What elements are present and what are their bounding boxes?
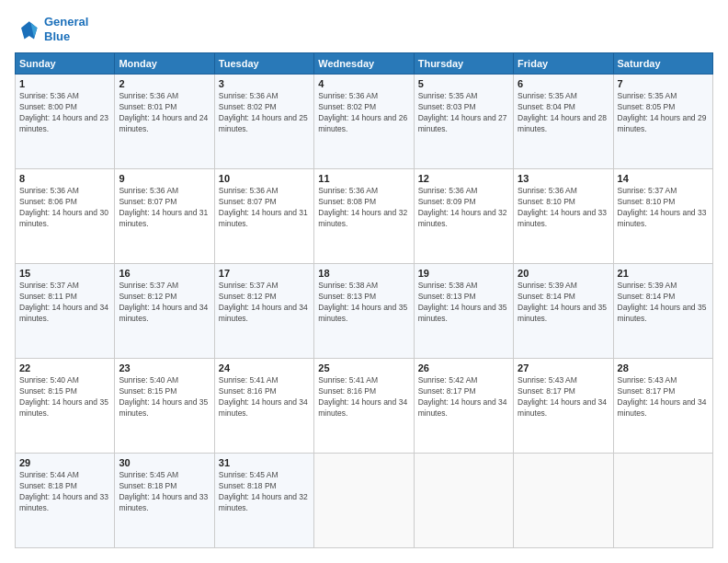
day-number: 4	[318, 78, 409, 89]
calendar-cell: 11 Sunrise: 5:36 AM Sunset: 8:08 PM Dayl…	[314, 169, 414, 264]
calendar-cell: 7 Sunrise: 5:35 AM Sunset: 8:05 PM Dayli…	[613, 75, 712, 169]
calendar-cell: 6 Sunrise: 5:35 AM Sunset: 8:04 PM Dayli…	[514, 75, 613, 169]
calendar-cell: 28 Sunrise: 5:43 AM Sunset: 8:17 PM Dayl…	[613, 359, 712, 454]
calendar-table: SundayMondayTuesdayWednesdayThursdayFrid…	[15, 52, 713, 548]
calendar-body: 1 Sunrise: 5:36 AM Sunset: 8:00 PM Dayli…	[16, 75, 713, 548]
day-info: Sunrise: 5:37 AM Sunset: 8:12 PM Dayligh…	[119, 281, 210, 325]
day-number: 27	[518, 362, 609, 373]
calendar-cell: 20 Sunrise: 5:39 AM Sunset: 8:14 PM Dayl…	[514, 264, 613, 359]
day-info: Sunrise: 5:36 AM Sunset: 8:00 PM Dayligh…	[19, 91, 110, 135]
calendar-week-row: 29 Sunrise: 5:44 AM Sunset: 8:18 PM Dayl…	[16, 454, 713, 548]
day-info: Sunrise: 5:36 AM Sunset: 8:06 PM Dayligh…	[19, 186, 110, 230]
day-number: 30	[119, 457, 210, 468]
calendar-cell: 30 Sunrise: 5:45 AM Sunset: 8:18 PM Dayl…	[115, 454, 214, 548]
day-info: Sunrise: 5:37 AM Sunset: 8:10 PM Dayligh…	[618, 186, 709, 230]
day-number: 12	[418, 173, 509, 184]
day-info: Sunrise: 5:40 AM Sunset: 8:15 PM Dayligh…	[19, 375, 110, 419]
calendar-cell: 22 Sunrise: 5:40 AM Sunset: 8:15 PM Dayl…	[16, 359, 115, 454]
day-info: Sunrise: 5:44 AM Sunset: 8:18 PM Dayligh…	[19, 470, 110, 514]
day-info: Sunrise: 5:39 AM Sunset: 8:14 PM Dayligh…	[618, 281, 709, 325]
calendar-cell: 10 Sunrise: 5:36 AM Sunset: 8:07 PM Dayl…	[214, 169, 313, 264]
logo-icon	[15, 17, 40, 42]
day-number: 25	[318, 362, 409, 373]
calendar-cell: 15 Sunrise: 5:37 AM Sunset: 8:11 PM Dayl…	[16, 264, 115, 359]
calendar-cell: 8 Sunrise: 5:36 AM Sunset: 8:06 PM Dayli…	[16, 169, 115, 264]
day-number: 14	[618, 173, 709, 184]
day-info: Sunrise: 5:35 AM Sunset: 8:04 PM Dayligh…	[518, 91, 609, 135]
calendar-cell: 19 Sunrise: 5:38 AM Sunset: 8:13 PM Dayl…	[414, 264, 513, 359]
calendar-week-row: 22 Sunrise: 5:40 AM Sunset: 8:15 PM Dayl…	[16, 359, 713, 454]
weekday-header: Wednesday	[314, 53, 414, 75]
day-info: Sunrise: 5:43 AM Sunset: 8:17 PM Dayligh…	[618, 375, 709, 419]
calendar-cell	[414, 454, 513, 548]
day-number: 5	[418, 78, 509, 89]
day-number: 23	[119, 362, 210, 373]
day-number: 20	[518, 268, 609, 279]
day-info: Sunrise: 5:39 AM Sunset: 8:14 PM Dayligh…	[518, 281, 609, 325]
day-number: 16	[119, 268, 210, 279]
calendar-cell: 1 Sunrise: 5:36 AM Sunset: 8:00 PM Dayli…	[16, 75, 115, 169]
day-info: Sunrise: 5:43 AM Sunset: 8:17 PM Dayligh…	[518, 375, 609, 419]
calendar-header: SundayMondayTuesdayWednesdayThursdayFrid…	[16, 53, 713, 75]
day-number: 6	[518, 78, 609, 89]
day-info: Sunrise: 5:45 AM Sunset: 8:18 PM Dayligh…	[119, 470, 210, 514]
calendar-cell: 27 Sunrise: 5:43 AM Sunset: 8:17 PM Dayl…	[514, 359, 613, 454]
day-info: Sunrise: 5:36 AM Sunset: 8:09 PM Dayligh…	[418, 186, 509, 230]
day-number: 28	[618, 362, 709, 373]
day-info: Sunrise: 5:42 AM Sunset: 8:17 PM Dayligh…	[418, 375, 509, 419]
logo: General Blue	[15, 15, 88, 43]
day-info: Sunrise: 5:36 AM Sunset: 8:10 PM Dayligh…	[518, 186, 609, 230]
calendar-cell: 26 Sunrise: 5:42 AM Sunset: 8:17 PM Dayl…	[414, 359, 513, 454]
day-number: 9	[119, 173, 210, 184]
day-info: Sunrise: 5:45 AM Sunset: 8:18 PM Dayligh…	[219, 470, 310, 514]
calendar-cell: 4 Sunrise: 5:36 AM Sunset: 8:02 PM Dayli…	[314, 75, 414, 169]
day-info: Sunrise: 5:35 AM Sunset: 8:05 PM Dayligh…	[618, 91, 709, 135]
day-number: 3	[219, 78, 310, 89]
weekday-header: Saturday	[613, 53, 712, 75]
day-info: Sunrise: 5:36 AM Sunset: 8:01 PM Dayligh…	[119, 91, 210, 135]
calendar-cell	[514, 454, 613, 548]
day-info: Sunrise: 5:38 AM Sunset: 8:13 PM Dayligh…	[318, 281, 409, 325]
day-number: 7	[618, 78, 709, 89]
day-number: 19	[418, 268, 509, 279]
calendar-week-row: 1 Sunrise: 5:36 AM Sunset: 8:00 PM Dayli…	[16, 75, 713, 169]
day-number: 11	[318, 173, 409, 184]
logo-text: General Blue	[44, 15, 88, 43]
calendar-cell	[314, 454, 414, 548]
calendar-week-row: 15 Sunrise: 5:37 AM Sunset: 8:11 PM Dayl…	[16, 264, 713, 359]
weekday-header: Sunday	[16, 53, 115, 75]
weekday-header: Friday	[514, 53, 613, 75]
day-number: 17	[219, 268, 310, 279]
calendar-cell: 24 Sunrise: 5:41 AM Sunset: 8:16 PM Dayl…	[214, 359, 313, 454]
day-number: 22	[19, 362, 110, 373]
day-info: Sunrise: 5:37 AM Sunset: 8:11 PM Dayligh…	[19, 281, 110, 325]
day-number: 18	[318, 268, 409, 279]
calendar-cell: 2 Sunrise: 5:36 AM Sunset: 8:01 PM Dayli…	[115, 75, 214, 169]
calendar-cell: 12 Sunrise: 5:36 AM Sunset: 8:09 PM Dayl…	[414, 169, 513, 264]
weekday-header: Tuesday	[214, 53, 313, 75]
weekday-header: Thursday	[414, 53, 513, 75]
calendar-cell: 16 Sunrise: 5:37 AM Sunset: 8:12 PM Dayl…	[115, 264, 214, 359]
day-info: Sunrise: 5:41 AM Sunset: 8:16 PM Dayligh…	[219, 375, 310, 419]
day-info: Sunrise: 5:37 AM Sunset: 8:12 PM Dayligh…	[219, 281, 310, 325]
day-number: 15	[19, 268, 110, 279]
calendar-week-row: 8 Sunrise: 5:36 AM Sunset: 8:06 PM Dayli…	[16, 169, 713, 264]
calendar-cell: 5 Sunrise: 5:35 AM Sunset: 8:03 PM Dayli…	[414, 75, 513, 169]
day-number: 21	[618, 268, 709, 279]
calendar-cell: 21 Sunrise: 5:39 AM Sunset: 8:14 PM Dayl…	[613, 264, 712, 359]
day-info: Sunrise: 5:36 AM Sunset: 8:02 PM Dayligh…	[318, 91, 409, 135]
day-info: Sunrise: 5:36 AM Sunset: 8:07 PM Dayligh…	[219, 186, 310, 230]
day-number: 10	[219, 173, 310, 184]
weekday-header: Monday	[115, 53, 214, 75]
day-number: 1	[19, 78, 110, 89]
calendar-cell: 23 Sunrise: 5:40 AM Sunset: 8:15 PM Dayl…	[115, 359, 214, 454]
calendar-cell: 18 Sunrise: 5:38 AM Sunset: 8:13 PM Dayl…	[314, 264, 414, 359]
day-info: Sunrise: 5:35 AM Sunset: 8:03 PM Dayligh…	[418, 91, 509, 135]
day-number: 13	[518, 173, 609, 184]
day-info: Sunrise: 5:36 AM Sunset: 8:08 PM Dayligh…	[318, 186, 409, 230]
weekday-header-row: SundayMondayTuesdayWednesdayThursdayFrid…	[16, 53, 713, 75]
day-number: 31	[219, 457, 310, 468]
calendar-cell	[613, 454, 712, 548]
day-number: 24	[219, 362, 310, 373]
day-info: Sunrise: 5:36 AM Sunset: 8:07 PM Dayligh…	[119, 186, 210, 230]
